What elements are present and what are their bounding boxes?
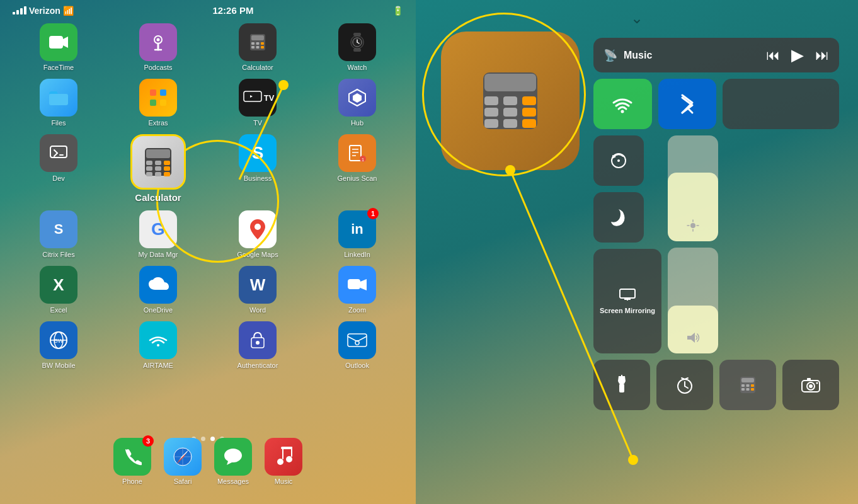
outlook-label: Outlook bbox=[345, 362, 369, 369]
svg-rect-41 bbox=[155, 172, 161, 176]
do-not-disturb-button[interactable] bbox=[593, 192, 644, 243]
svg-rect-76 bbox=[484, 74, 536, 91]
extras-icon[interactable] bbox=[139, 79, 177, 117]
linkedin-badge: 1 bbox=[367, 208, 379, 219]
wifi-button[interactable] bbox=[593, 79, 652, 129]
mydatamgr-icon[interactable]: G bbox=[139, 210, 177, 248]
geniusscan-label: Genius Scan bbox=[338, 175, 377, 182]
cc-calculator-large[interactable] bbox=[441, 32, 580, 170]
brightness-slider[interactable] bbox=[668, 135, 718, 241]
svg-rect-39 bbox=[164, 166, 170, 171]
music-dock-icon[interactable] bbox=[265, 438, 302, 476]
authenticator-icon[interactable] bbox=[239, 321, 277, 359]
app-hub[interactable]: Hub bbox=[311, 79, 403, 127]
cc-calculator-button[interactable] bbox=[719, 360, 776, 410]
excel-icon[interactable]: X bbox=[40, 266, 77, 304]
airplay-icon[interactable]: 📡 bbox=[603, 49, 617, 62]
app-extras[interactable]: Extras bbox=[112, 79, 204, 127]
word-label: Word bbox=[249, 306, 266, 314]
calculator-main-icon[interactable] bbox=[130, 134, 186, 190]
rotation-lock-button[interactable] bbox=[593, 135, 644, 186]
flashlight-button[interactable] bbox=[593, 360, 650, 410]
skype-icon[interactable]: S bbox=[239, 134, 277, 172]
calculator-top-icon[interactable] bbox=[239, 23, 277, 61]
messages-icon[interactable] bbox=[214, 438, 252, 476]
facetime-icon[interactable] bbox=[40, 23, 77, 61]
dock-messages[interactable]: Messages bbox=[214, 438, 252, 485]
app-citrix[interactable]: S Citrix Files bbox=[13, 210, 105, 258]
linkedin-icon[interactable]: in 1 bbox=[338, 210, 376, 248]
linkedin-label: LinkedIn bbox=[344, 251, 370, 258]
app-geniusscan[interactable]: 1 Genius Scan bbox=[311, 134, 403, 203]
app-authenticator[interactable]: Authenticator bbox=[212, 321, 304, 369]
airtame-icon[interactable] bbox=[139, 321, 177, 359]
app-calculator-main[interactable]: Calculator bbox=[112, 134, 204, 203]
svg-point-93 bbox=[690, 223, 695, 228]
citrix-icon[interactable]: S bbox=[40, 210, 77, 248]
app-onedrive[interactable]: OneDrive bbox=[112, 266, 204, 314]
svg-point-120 bbox=[816, 382, 818, 384]
app-watch[interactable]: Watch bbox=[311, 23, 403, 71]
phone-icon[interactable]: 3 bbox=[113, 438, 151, 476]
svg-point-86 bbox=[621, 110, 624, 113]
svg-rect-99 bbox=[619, 384, 624, 392]
svg-rect-51 bbox=[348, 279, 360, 289]
appletv-icon[interactable]: TV bbox=[239, 79, 277, 117]
app-mydatamgr[interactable]: G My Data Mgr bbox=[112, 210, 204, 258]
app-calculator-top[interactable]: Calculator bbox=[212, 23, 304, 71]
geniusscan-icon[interactable]: 1 bbox=[338, 134, 376, 172]
play-icon[interactable]: ▶ bbox=[791, 45, 804, 65]
app-developer[interactable]: Dev bbox=[13, 134, 105, 203]
onedrive-icon[interactable] bbox=[139, 266, 177, 304]
screen-mirroring-button[interactable]: Screen Mirroring bbox=[593, 249, 661, 353]
svg-line-107 bbox=[685, 378, 688, 379]
zoom-icon[interactable] bbox=[338, 266, 376, 304]
app-outlook[interactable]: O Outlook bbox=[311, 321, 403, 369]
developer-icon[interactable] bbox=[40, 134, 77, 172]
svg-marker-27 bbox=[353, 93, 362, 103]
bluetooth-button[interactable] bbox=[658, 79, 717, 129]
dock-safari[interactable]: Safari bbox=[164, 438, 202, 485]
app-files[interactable]: Files bbox=[13, 79, 105, 127]
fast-forward-icon[interactable]: ⏭ bbox=[815, 47, 829, 64]
svg-rect-22 bbox=[150, 100, 156, 106]
hub-icon[interactable] bbox=[338, 79, 376, 117]
dock-phone[interactable]: 3 Phone bbox=[113, 438, 151, 485]
camera-button[interactable] bbox=[782, 360, 839, 410]
app-word[interactable]: W Word bbox=[212, 266, 304, 314]
app-googlemaps[interactable]: Google Maps bbox=[212, 210, 304, 258]
svg-rect-38 bbox=[155, 166, 161, 171]
app-excel[interactable]: X Excel bbox=[13, 266, 105, 314]
dock-music[interactable]: Music bbox=[265, 438, 302, 485]
bwmobile-icon[interactable]: BW bbox=[40, 321, 77, 359]
volume-slider[interactable] bbox=[668, 248, 718, 353]
svg-marker-101 bbox=[618, 376, 626, 381]
svg-text:O: O bbox=[355, 339, 360, 346]
svg-rect-28 bbox=[50, 146, 67, 158]
app-zoom[interactable]: Zoom bbox=[311, 266, 403, 314]
bottom-row bbox=[593, 360, 839, 410]
timer-button[interactable] bbox=[656, 360, 713, 410]
svg-rect-78 bbox=[503, 96, 517, 105]
svg-rect-34 bbox=[146, 161, 152, 165]
podcasts-icon[interactable] bbox=[139, 23, 177, 61]
music-widget[interactable]: 📡 Music ⏮ ▶ ⏭ bbox=[593, 38, 839, 72]
files-icon[interactable] bbox=[40, 79, 77, 117]
watch-icon[interactable] bbox=[338, 23, 376, 61]
app-podcasts[interactable]: Podcasts bbox=[112, 23, 204, 71]
outlook-icon[interactable]: O bbox=[338, 321, 376, 359]
svg-marker-1 bbox=[63, 37, 68, 48]
app-skype[interactable]: S Business bbox=[212, 134, 304, 203]
app-linkedin[interactable]: in 1 LinkedIn bbox=[311, 210, 403, 258]
svg-rect-109 bbox=[741, 378, 754, 382]
safari-icon[interactable] bbox=[164, 438, 202, 476]
word-icon[interactable]: W bbox=[239, 266, 277, 304]
status-carrier: Verizon 📶 bbox=[13, 6, 74, 16]
app-facetime[interactable]: FaceTime bbox=[13, 23, 105, 71]
app-airtame[interactable]: AIRTAME bbox=[112, 321, 204, 369]
app-appletv[interactable]: TV TV bbox=[212, 79, 304, 127]
app-bwmobile[interactable]: BW BW Mobile bbox=[13, 321, 105, 369]
rewind-icon[interactable]: ⏮ bbox=[766, 47, 780, 64]
googlemaps-icon[interactable] bbox=[239, 210, 277, 248]
chevron-down-icon[interactable]: ⌄ bbox=[631, 9, 643, 27]
